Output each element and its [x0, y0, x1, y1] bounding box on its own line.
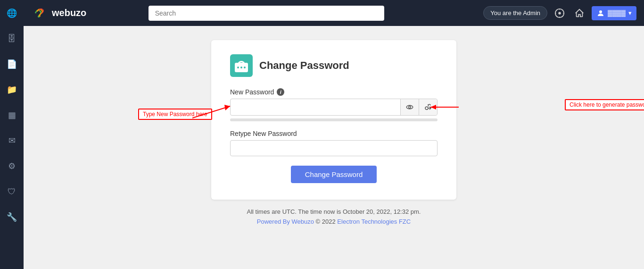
- utc-text: All times are UTC. The time now is Octob…: [247, 208, 421, 215]
- retype-password-input[interactable]: [230, 140, 438, 156]
- logo-icon: [31, 5, 48, 22]
- generate-password-tooltip: Click here to generate password: [565, 99, 644, 110]
- lock-icon: [230, 54, 253, 77]
- footer: All times are UTC. The time now is Octob…: [247, 208, 421, 225]
- user-button[interactable]: ▓▓▓▓ ▾: [592, 6, 636, 20]
- header: webuzo You are the Admin ▓▓▓▓ ▾: [24, 0, 644, 26]
- change-password-card: Change Password New Password i: [211, 40, 456, 200]
- sidebar-item-wrench[interactable]: 🔧: [3, 209, 20, 226]
- logo-text: webuzo: [52, 8, 86, 18]
- company-link[interactable]: Electron Technologies FZC: [337, 218, 411, 225]
- copyright-text: © 2022: [316, 218, 336, 225]
- svg-point-2: [558, 12, 561, 15]
- card-header: Change Password: [230, 54, 438, 77]
- sidebar-item-folder[interactable]: 📁: [3, 81, 20, 98]
- header-right: You are the Admin ▓▓▓▓ ▾: [483, 6, 636, 21]
- generate-password-button[interactable]: [419, 99, 437, 115]
- sidebar-item-file[interactable]: 📄: [3, 56, 20, 73]
- sidebar-item-database[interactable]: 🗄: [3, 30, 20, 47]
- svg-line-7: [192, 106, 230, 118]
- new-password-label: New Password i: [230, 88, 438, 96]
- logo: webuzo: [31, 5, 86, 22]
- strength-bar: [230, 118, 438, 121]
- retype-password-group: Retype New Password: [230, 130, 438, 156]
- main-area: webuzo You are the Admin ▓▓▓▓ ▾: [24, 0, 644, 269]
- sidebar-item-grid[interactable]: ▦: [3, 107, 20, 124]
- user-label: ▓▓▓▓: [608, 9, 626, 17]
- powered-text: Powered By Webuzo: [257, 218, 314, 225]
- search-input[interactable]: [149, 6, 384, 21]
- sidebar: 🌐 🗄 📄 📁 ▦ ✉ ⚙ 🛡 🔧: [0, 0, 24, 269]
- toggle-password-button[interactable]: [400, 99, 419, 115]
- card-title: Change Password: [259, 59, 349, 72]
- sidebar-item-shield[interactable]: 🛡: [3, 183, 20, 200]
- new-password-input[interactable]: [231, 100, 400, 115]
- svg-point-6: [425, 107, 428, 109]
- new-password-group: New Password i: [230, 88, 438, 121]
- change-password-button[interactable]: Change Password: [291, 166, 377, 183]
- home-button[interactable]: [572, 6, 587, 21]
- dropdown-arrow: ▾: [628, 9, 632, 17]
- retype-password-label: Retype New Password: [230, 130, 438, 137]
- type-password-tooltip: Type New Password here: [138, 109, 212, 120]
- search-bar: [149, 6, 384, 21]
- wordpress-button[interactable]: [552, 6, 567, 21]
- svg-point-0: [32, 5, 47, 20]
- svg-point-5: [409, 106, 411, 109]
- sidebar-item-globe[interactable]: 🌐: [3, 5, 20, 22]
- svg-point-3: [599, 10, 602, 13]
- admin-badge: You are the Admin: [483, 6, 547, 20]
- new-password-input-wrapper: [230, 99, 438, 116]
- svg-marker-8: [224, 105, 230, 110]
- info-icon: i: [277, 88, 284, 96]
- content: Change Password New Password i: [24, 26, 644, 269]
- sidebar-item-settings[interactable]: ⚙: [3, 158, 20, 175]
- sidebar-item-email[interactable]: ✉: [3, 132, 20, 149]
